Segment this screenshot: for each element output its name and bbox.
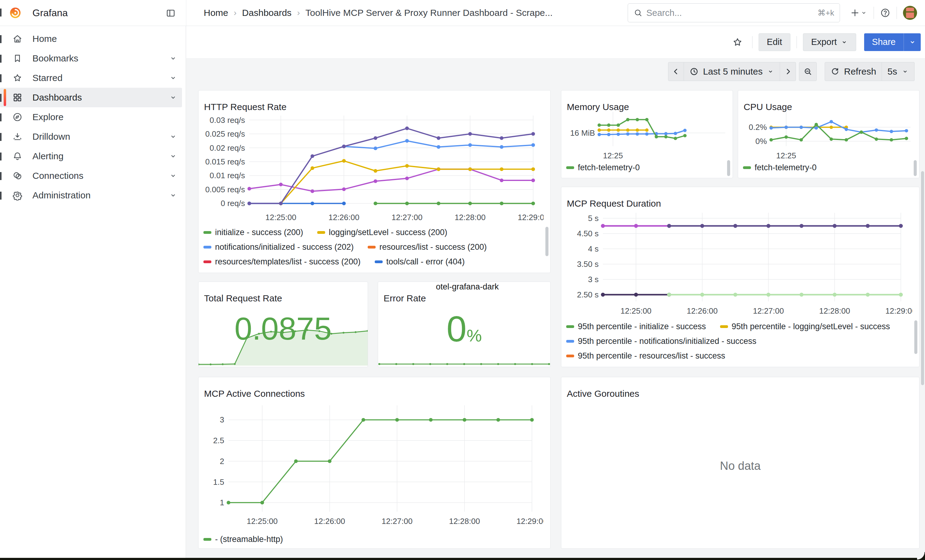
divider [874, 7, 874, 19]
legend-item[interactable]: initialize - success (200) [203, 228, 303, 237]
legend-item[interactable]: 95th percentile - initialize - success [566, 322, 706, 331]
sidebar-item-dashboards[interactable]: Dashboards [0, 88, 182, 107]
legend-item[interactable]: tools/call - error (404) [375, 257, 465, 267]
share-options-button[interactable] [904, 33, 921, 51]
legend-item[interactable]: resources/templates/list - success (200) [203, 257, 361, 267]
chevron-down-icon[interactable] [169, 191, 178, 200]
chevron-down-icon[interactable] [169, 93, 178, 102]
time-shift-forward-button[interactable] [780, 62, 796, 81]
sidebar-item-label: Drilldown [32, 131, 70, 142]
http_request_rate-svg: 0 req/s0.005 req/s0.01 req/s0.015 req/s0… [203, 109, 544, 224]
chevron-down-icon [841, 39, 848, 46]
search-shortcut: ⌘+k [818, 8, 834, 18]
svg-text:2.50 s: 2.50 s [577, 290, 599, 299]
help-button[interactable] [880, 8, 890, 18]
legend-series-color [720, 325, 728, 328]
cpu-usage-chart[interactable]: 0.2%0%12:25 [742, 107, 915, 160]
panel-error-rate: Error Rate 0% [378, 282, 551, 367]
chevron-down-icon[interactable] [169, 171, 178, 180]
breadcrumb: Home›Dashboards›ToolHive MCP Server & Pr… [204, 0, 553, 26]
sidebar-item-bookmarks[interactable]: Bookmarks [0, 49, 182, 68]
zoom-out-button[interactable] [799, 62, 817, 81]
time-shift-back-button[interactable] [668, 62, 684, 81]
clock-icon [690, 67, 699, 76]
http-request-rate-chart[interactable]: 0 req/s0.005 req/s0.01 req/s0.015 req/s0… [203, 109, 544, 225]
legend-item[interactable]: - (streamable-http) [203, 534, 283, 544]
legend-scrollbar[interactable] [914, 160, 917, 176]
legend-item[interactable]: 95th percentile - notifications/initiali… [566, 336, 756, 346]
sidebar-item-starred[interactable]: Starred [0, 68, 182, 88]
chevron-down-icon[interactable] [169, 54, 178, 63]
sidebar-item-explore[interactable]: Explore [0, 107, 182, 127]
breadcrumb-item[interactable]: Home [204, 8, 228, 18]
memory-usage-chart[interactable]: 16 MiB12:25 [565, 107, 729, 160]
help-icon [880, 8, 890, 18]
svg-text:3: 3 [220, 415, 224, 424]
plus-icon [850, 8, 860, 18]
legend-item[interactable]: 95th percentile - resources/list - succe… [566, 351, 725, 361]
legend-scrollbar[interactable] [545, 227, 548, 256]
legend-item[interactable]: 95th percentile - logging/setLevel - suc… [720, 322, 890, 331]
grafana-app: Grafana Home›Dashboards›ToolHive MCP Ser… [0, 0, 925, 560]
svg-text:0.03 req/s: 0.03 req/s [209, 116, 245, 125]
panel-title[interactable]: Total Request Rate [204, 293, 282, 303]
time-range-picker[interactable]: Last 5 minutes [684, 62, 780, 81]
panel-title[interactable]: Error Rate [384, 293, 426, 303]
add-button[interactable] [850, 8, 868, 18]
legend-item[interactable]: resources/list - success (200) [368, 242, 487, 252]
panel-total-request-rate: Total Request Rate 0.0875 [198, 282, 368, 367]
sidebar-item-connections[interactable]: Connections [0, 166, 182, 186]
panel-title[interactable]: Active Goroutines [567, 389, 639, 399]
legend-item[interactable]: logging/setLevel - success (200) [317, 228, 447, 237]
legend-item[interactable]: notifications/initialized - success (202… [203, 242, 354, 252]
window-edge-mark [0, 133, 2, 141]
sidebar-item-administration[interactable]: Administration [0, 186, 182, 205]
legend-item[interactable]: fetch-telemetry-0 [566, 163, 640, 173]
legend-item[interactable]: fetch-telemetry-0 [743, 163, 817, 173]
svg-text:12:26:00: 12:26:00 [314, 516, 345, 526]
legend-scrollbar[interactable] [727, 160, 730, 176]
svg-text:0.01 req/s: 0.01 req/s [209, 171, 245, 180]
refresh-interval-picker[interactable]: 5s [882, 62, 914, 81]
chevron-down-icon[interactable] [169, 74, 178, 82]
brand-section: Grafana [0, 0, 186, 26]
breadcrumb-item[interactable]: Dashboards [242, 8, 292, 18]
export-button[interactable]: Export [803, 33, 856, 51]
chevron-down-icon[interactable] [169, 152, 178, 161]
legend-series-label: resources/list - success (200) [379, 242, 487, 252]
sidebar-item-drilldown[interactable]: Drilldown [0, 127, 182, 146]
sidebar-item-alerting[interactable]: Alerting [0, 146, 182, 166]
mcp-active-connections-chart[interactable]: 32.521.5112:25:0012:26:0012:27:0012:28:0… [203, 395, 544, 532]
legend-series-label: initialize - success (200) [215, 228, 303, 237]
sidebar-item-home[interactable]: Home [0, 29, 182, 49]
search-input[interactable]: Search... ⌘+k [628, 3, 840, 22]
chevron-down-icon[interactable] [169, 132, 178, 141]
bell-icon [12, 151, 23, 161]
svg-text:0.02 req/s: 0.02 req/s [209, 143, 245, 153]
window-edge-mark [0, 9, 2, 17]
refresh-button[interactable]: Refresh [825, 62, 882, 81]
search-placeholder: Search... [646, 8, 814, 18]
chevron-down-icon [901, 68, 909, 75]
chevron-down-icon [767, 68, 774, 75]
bookmark-icon [12, 53, 23, 64]
chart-legend: - (streamable-http) [203, 532, 543, 546]
sidebar-item-label: Home [32, 34, 57, 44]
legend-series-color [566, 354, 574, 357]
legend-series-color [203, 246, 211, 249]
legend-scrollbar[interactable] [914, 320, 917, 354]
svg-text:12:28:00: 12:28:00 [819, 306, 850, 315]
avatar[interactable] [903, 6, 917, 20]
favorite-button[interactable] [732, 37, 743, 48]
mcp-request-duration-chart[interactable]: 5 s4.50 s4 s3.50 s3 s2.50 s12:25:0012:26… [566, 205, 913, 320]
error-rate-sparkline[interactable] [378, 357, 550, 367]
svg-text:2.5: 2.5 [213, 436, 224, 445]
legend-series-label: tools/call - error (404) [386, 257, 465, 267]
edit-button[interactable]: Edit [759, 33, 790, 51]
page-scrollbar[interactable] [921, 171, 924, 385]
sidebar-item-label: Dashboards [32, 92, 82, 103]
legend-series-color [566, 325, 574, 328]
share-button[interactable]: Share [864, 33, 904, 51]
chart-legend: fetch-telemetry-0 [566, 160, 719, 176]
dock-menu-icon[interactable] [164, 8, 177, 20]
